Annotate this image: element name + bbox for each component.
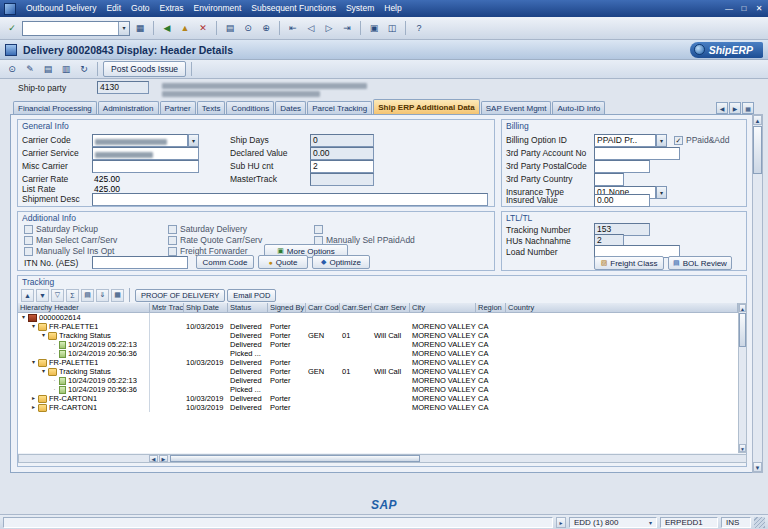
scrollbar-thumb[interactable] xyxy=(753,126,762,174)
menu-extras[interactable]: Extras xyxy=(155,1,189,16)
saturday-delivery-checkbox[interactable] xyxy=(168,225,177,234)
third-party-account-field[interactable] xyxy=(594,147,680,160)
table-horizontal-scrollbar[interactable]: ◀ ▶ xyxy=(18,454,747,463)
page-vertical-scrollbar[interactable]: ▲ ▼ xyxy=(752,114,763,473)
help-icon[interactable]: ? xyxy=(411,20,427,36)
mastertrack-field[interactable] xyxy=(310,173,374,186)
expander-icon[interactable]: ▸ xyxy=(30,394,37,403)
export-icon[interactable]: ⇓ xyxy=(96,289,109,302)
col-region[interactable]: Region xyxy=(476,303,506,313)
scrollbar-thumb[interactable] xyxy=(739,313,746,347)
insert-mode-indicator[interactable]: INS xyxy=(721,517,751,528)
col-hierarchy-header[interactable]: Hierarchy Header xyxy=(18,303,150,313)
filter-icon[interactable]: ▽ xyxy=(51,289,64,302)
tree-row-hu[interactable]: ▾FR-PALETTE1 10/03/2019DeliveredPorterMO… xyxy=(18,322,738,331)
tree-row-status-event[interactable]: ·10/24/2019 05:22:13 DeliveredPorterMORE… xyxy=(18,340,738,349)
choose-layout-icon[interactable]: ▦ xyxy=(111,289,124,302)
enter-icon[interactable]: ✓ xyxy=(4,20,20,36)
status-expand-icon[interactable]: ▸ xyxy=(556,517,566,528)
maximize-button[interactable]: □ xyxy=(737,2,751,15)
tab-parcel-tracking[interactable]: Parcel Tracking xyxy=(307,101,372,114)
tree-row-status-event[interactable]: ·10/24/2019 05:22:13 DeliveredPorterMORE… xyxy=(18,376,738,385)
tab-auto-id-info[interactable]: Auto-ID Info xyxy=(552,101,605,114)
expander-icon[interactable]: ▾ xyxy=(30,358,37,367)
tab-list-icon[interactable]: ▦ xyxy=(742,102,754,114)
total-icon[interactable]: Σ xyxy=(66,289,79,302)
command-field[interactable]: ▾ xyxy=(22,21,130,36)
tab-conditions[interactable]: Conditions xyxy=(226,101,274,114)
back-icon[interactable]: ◀ xyxy=(159,20,175,36)
comm-code-button[interactable]: Comm Code xyxy=(196,255,254,269)
carrier-code-dropdown-icon[interactable]: ▾ xyxy=(188,134,199,147)
first-page-icon[interactable]: ⇤ xyxy=(285,20,301,36)
scroll-up-icon[interactable]: ▲ xyxy=(739,304,746,312)
menu-system[interactable]: System xyxy=(341,1,379,16)
col-carr-code[interactable]: Carr Code xyxy=(306,303,340,313)
exit-icon[interactable]: ▲ xyxy=(177,20,193,36)
col-country[interactable]: Country xyxy=(506,303,738,313)
command-history-icon[interactable]: ▾ xyxy=(118,22,129,35)
col-ship-date[interactable]: Ship Date xyxy=(184,303,228,313)
declared-value-field[interactable]: 0.00 xyxy=(310,147,374,160)
tree-row-shipment[interactable]: ▾0000002614 xyxy=(18,313,738,322)
display-document-icon[interactable]: ⊙ xyxy=(4,61,20,77)
carrier-service-field[interactable] xyxy=(92,147,199,160)
tab-sap-event-mgmt[interactable]: SAP Event Mgmt xyxy=(481,101,552,114)
scroll-down-icon[interactable]: ▼ xyxy=(753,462,762,472)
itn-no-aes-field[interactable] xyxy=(92,256,188,269)
sort-descending-icon[interactable]: ▼ xyxy=(36,289,49,302)
tree-row-status-event[interactable]: ·10/24/2019 20:56:36 Picked ...MORENO VA… xyxy=(18,349,738,358)
find-icon[interactable]: ⊙ xyxy=(240,20,256,36)
ship-to-party-field[interactable]: 4130 xyxy=(97,81,149,94)
tab-partner[interactable]: Partner xyxy=(160,101,196,114)
col-mstr-track[interactable]: Mstr Track xyxy=(150,303,184,313)
system-session-field[interactable]: EDD (1) 800 ▾ xyxy=(569,517,657,528)
scroll-left-icon[interactable]: ◀ xyxy=(149,455,158,462)
col-signed-by[interactable]: Signed By xyxy=(268,303,306,313)
shipment-desc-field[interactable] xyxy=(92,193,488,206)
scroll-up-icon[interactable]: ▲ xyxy=(753,115,762,125)
tab-administration[interactable]: Administration xyxy=(98,101,159,114)
col-carr-serv[interactable]: Carr.Serv xyxy=(340,303,372,313)
cancel-icon[interactable]: ✕ xyxy=(195,20,211,36)
find-next-icon[interactable]: ⊕ xyxy=(258,20,274,36)
carrier-code-field[interactable] xyxy=(92,134,188,147)
tab-ship-erp-additional-data[interactable]: Ship ERP Additional Data xyxy=(373,99,479,114)
tab-financial-processing[interactable]: Financial Processing xyxy=(13,101,97,114)
insured-value-field[interactable]: 0.00 xyxy=(594,194,650,207)
saturday-pickup-checkbox[interactable] xyxy=(24,225,33,234)
billing-option-id-field[interactable]: PPAID Pr.. xyxy=(594,134,656,147)
menu-environment[interactable]: Environment xyxy=(189,1,247,16)
close-button[interactable]: ✕ xyxy=(752,2,766,15)
third-party-postalcode-field[interactable] xyxy=(594,160,650,173)
man-select-carr-serv-checkbox[interactable] xyxy=(24,236,33,245)
tab-scroll-left-icon[interactable]: ◀ xyxy=(716,102,728,114)
quote-button[interactable]: ● Quote xyxy=(258,255,308,269)
menu-goto[interactable]: Goto xyxy=(126,1,154,16)
new-session-icon[interactable]: ▣ xyxy=(366,20,382,36)
expander-icon[interactable]: ▾ xyxy=(40,367,47,376)
manually-sel-ins-opt-checkbox[interactable] xyxy=(24,247,33,256)
tree-row-hu[interactable]: ▸FR-CARTON1 10/03/2019DeliveredPorterMOR… xyxy=(18,403,738,412)
post-goods-issue-button[interactable]: Post Goods Issue xyxy=(103,61,186,77)
sub-hu-cnt-field[interactable]: 2 xyxy=(310,160,374,173)
proof-of-delivery-button[interactable]: PROOF OF DELIVERY xyxy=(135,289,225,302)
freight-forwarder-checkbox[interactable] xyxy=(168,247,177,256)
scrollbar-thumb[interactable] xyxy=(170,455,420,462)
ppaid-add-checkbox[interactable]: ✓ xyxy=(674,136,683,145)
menu-help[interactable]: Help xyxy=(379,1,406,16)
menu-edit[interactable]: Edit xyxy=(101,1,126,16)
menu-outbound-delivery[interactable]: Outbound Delivery xyxy=(21,1,101,16)
expander-icon[interactable]: ▾ xyxy=(30,322,37,331)
expander-icon[interactable]: ▾ xyxy=(20,313,27,322)
tree-row-hu[interactable]: ▸FR-CARTON1 10/03/2019DeliveredPorterMOR… xyxy=(18,394,738,403)
bol-review-button[interactable]: ▤ BOL Review xyxy=(668,256,732,270)
refresh-icon[interactable]: ↻ xyxy=(76,61,92,77)
next-page-icon[interactable]: ▷ xyxy=(321,20,337,36)
resize-grip[interactable] xyxy=(754,517,765,528)
third-party-country-field[interactable] xyxy=(594,173,624,186)
scroll-down-icon[interactable]: ▼ xyxy=(739,444,746,452)
optimize-button[interactable]: ◆ Optimize xyxy=(312,255,370,269)
tree-row-tracking-status[interactable]: ▾Tracking Status DeliveredPorterGEN01Wil… xyxy=(18,367,738,376)
system-dropdown-icon[interactable]: ▾ xyxy=(649,519,652,526)
